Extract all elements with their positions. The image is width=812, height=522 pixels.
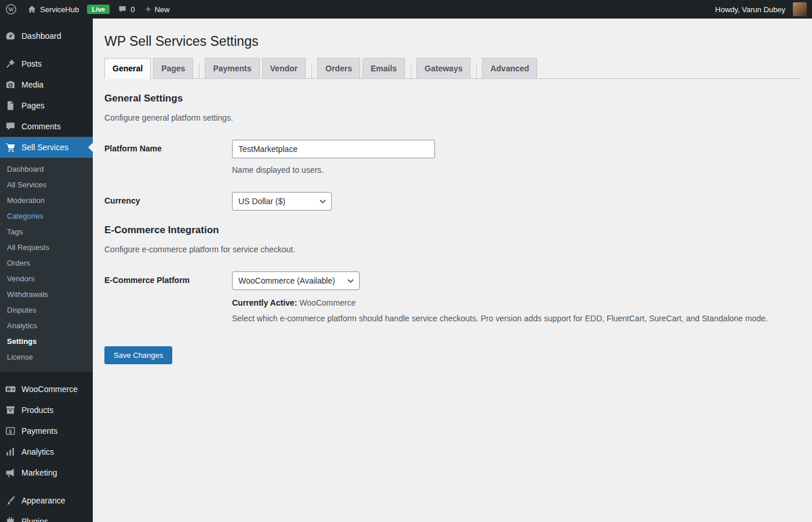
box-icon [5,404,16,416]
ecommerce-platform-help: Select which e-commerce platform should … [232,314,768,323]
sidebar-item-posts[interactable]: Posts [0,53,93,74]
camera-icon [5,79,16,90]
cart-icon [5,142,16,153]
sidebar-item-dashboard[interactable]: Dashboard [0,26,93,46]
sidebar-item-label: Posts [21,59,42,69]
sidebar-item-label: Comments [21,121,61,132]
sidebar-item-marketing[interactable]: Marketing [0,462,93,483]
sidebar-item-pages[interactable]: Pages [0,95,93,116]
site-name: ServiceHub [40,5,79,14]
general-settings-heading: General Settings [104,93,800,104]
sidebar-subitem-analytics[interactable]: Analytics [0,318,93,334]
ecommerce-platform-label: E-Commerce Platform [104,271,232,285]
ecommerce-platform-row: E-Commerce Platform WooCommerce (Availab… [104,271,800,323]
comment-bubble-icon [118,5,127,14]
sidebar-item-label: Analytics [21,447,54,457]
plus-icon: + [145,4,151,14]
platform-name-row: Platform Name Name displayed to users. [104,140,800,175]
wp-logo-menu[interactable]: W [0,0,22,19]
platform-name-help: Name displayed to users. [232,165,435,175]
admin-bar-left: W ServiceHub Live 0 + New [0,0,175,19]
sidebar-item-label: Sell Services [21,142,68,153]
comments-menu[interactable]: 0 [113,0,140,19]
bar-chart-icon [5,446,16,458]
svg-text:$: $ [9,428,12,434]
tab-emails[interactable]: Emails [362,58,405,78]
main-content: WP Sell Services Settings General Pages … [93,19,812,522]
sidebar-subitem-tags[interactable]: Tags [0,224,93,240]
tab-separator [411,63,411,78]
currency-row: Currency US Dollar ($) [104,192,800,211]
currency-label: Currency [104,192,232,205]
sidebar-subitem-all-requests[interactable]: All Requests [0,240,93,255]
tab-payments[interactable]: Payments [205,58,259,78]
sidebar-item-appearance[interactable]: Appearance [0,490,93,511]
sidebar-subitem-all-services[interactable]: All Services [0,177,93,193]
admin-sidebar: Dashboard Posts Media Pages Comments Sel… [0,19,93,522]
admin-bar: W ServiceHub Live 0 + New Howdy, Varun D… [0,0,812,19]
brush-icon [5,495,16,506]
ecommerce-integration-heading: E-Commerce Integration [104,224,800,236]
sidebar-subitem-categories[interactable]: Categories [0,208,93,224]
sidebar-item-label: Media [21,79,44,90]
woocommerce-icon [5,383,16,395]
tab-separator [199,63,200,78]
currently-active-label: Currently Active: [232,298,297,307]
sidebar-item-plugins[interactable]: Plugins [0,511,93,522]
megaphone-icon [5,467,16,478]
page-icon [5,100,16,111]
sidebar-item-payments[interactable]: $ Payments [0,420,93,441]
comment-count: 0 [130,5,135,14]
wordpress-logo-icon: W [5,3,17,15]
tab-vendor[interactable]: Vendor [262,58,306,78]
currency-select[interactable]: US Dollar ($) [232,192,332,211]
sidebar-item-label: Payments [21,426,57,436]
save-changes-button[interactable]: Save Changes [104,346,172,364]
tab-advanced[interactable]: Advanced [482,58,537,78]
sidebar-item-media[interactable]: Media [0,74,93,95]
sidebar-item-products[interactable]: Products [0,400,93,420]
page-title: WP Sell Services Settings [104,19,800,50]
sidebar-subitem-license[interactable]: License [0,349,93,365]
tab-orders[interactable]: Orders [317,58,360,78]
sidebar-item-label: Products [21,405,53,415]
new-content-menu[interactable]: + New [140,0,175,19]
dashboard-gauge-icon [5,30,16,42]
sidebar-item-label: WooCommerce [21,384,78,394]
sidebar-item-analytics[interactable]: Analytics [0,441,93,462]
platform-name-label: Platform Name [104,140,232,153]
site-name-menu[interactable]: ServiceHub [22,0,84,19]
sidebar-item-label: Dashboard [21,31,61,41]
sidebar-item-label: Pages [21,100,45,111]
sidebar-item-woocommerce[interactable]: WooCommerce [0,379,93,400]
plugin-icon [5,516,16,522]
sidebar-subitem-disputes[interactable]: Disputes [0,302,93,318]
sidebar-subitem-settings[interactable]: Settings [0,334,93,349]
my-account-menu[interactable]: Howdy, Varun Dubey [710,0,812,19]
sidebar-subitem-withdrawals[interactable]: Withdrawals [0,287,93,302]
sidebar-item-label: Plugins [21,516,48,522]
platform-name-input[interactable] [232,140,435,158]
sidebar-subitem-vendors[interactable]: Vendors [0,271,93,287]
sidebar-item-comments[interactable]: Comments [0,116,93,137]
sidebar-subitem-orders[interactable]: Orders [0,255,93,271]
admin-bar-right: Howdy, Varun Dubey [710,0,812,19]
tab-general[interactable]: General [104,58,151,79]
new-label: New [154,5,169,14]
sidebar-subitem-moderation[interactable]: Moderation [0,193,93,208]
settings-tabs: General Pages Payments Vendor Orders Ema… [104,58,800,79]
currently-active-line: Currently Active: WooCommerce [232,298,768,307]
currently-active-value: WooCommerce [299,298,356,307]
pushpin-icon [5,58,16,70]
comment-bubble-icon [5,121,16,132]
tab-gateways[interactable]: Gateways [416,58,470,78]
sidebar-item-sell-services[interactable]: Sell Services [0,137,93,158]
dollar-card-icon: $ [5,425,16,437]
home-icon [27,5,37,14]
sidebar-subitem-dashboard[interactable]: Dashboard [0,161,93,177]
tab-pages[interactable]: Pages [153,58,193,78]
tab-separator [476,63,477,78]
ecommerce-platform-select[interactable]: WooCommerce (Available) [232,271,360,290]
avatar [793,2,807,16]
howdy-text: Howdy, Varun Dubey [715,5,785,14]
